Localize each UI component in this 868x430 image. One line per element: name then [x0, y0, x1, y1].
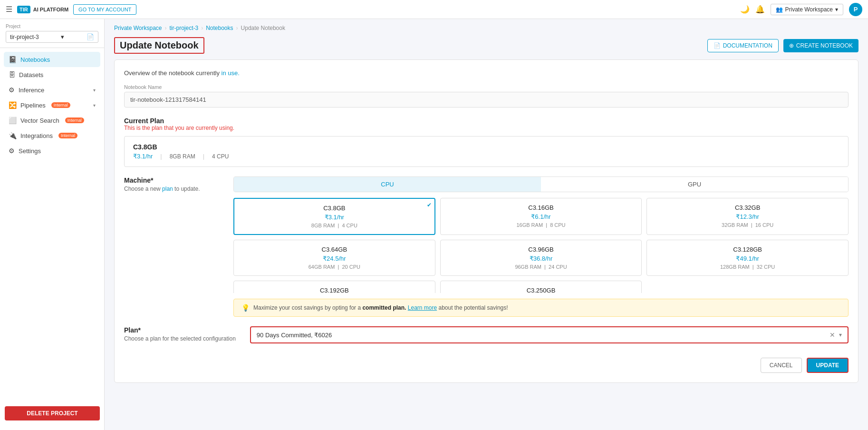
card-name: C3.64GB — [240, 246, 429, 253]
savings-text: Maximize your cost savings by opting for… — [253, 304, 508, 311]
sidebar: Project tir-project-3 ▾ 📄 📓 Notebooks 🗄 … — [0, 19, 105, 383]
sidebar-section: 📓 Notebooks 🗄 Datasets ⚙ Inference ▾ 🔀 P… — [0, 52, 104, 158]
sidebar-item-vector-search[interactable]: ⬜ Vector Search Internal — [4, 113, 100, 128]
create-icon: ⊕ — [789, 42, 794, 49]
breadcrumb-notebooks[interactable]: Notebooks — [206, 25, 233, 31]
machine-content: CPU GPU C3.8GB ₹3.1/hr 8GB RAM | 4 CPU ✔… — [233, 176, 849, 317]
card-specs: 128GB RAM | 32 CPU — [653, 264, 842, 270]
machine-card-c3-192gb[interactable]: C3.192GB — [233, 281, 435, 293]
overview-text: Overview of the notebook currently in us… — [124, 69, 849, 77]
form-area: Overview of the notebook currently in us… — [114, 59, 858, 383]
cancel-button[interactable]: CANCEL — [761, 358, 802, 373]
inference-chevron-icon: ▾ — [93, 88, 96, 93]
navbar: ☰ TIR AI PLATFORM GO TO MY ACCOUNT 🌙 🔔 👥… — [0, 0, 868, 19]
sidebar-item-label: Pipelines — [20, 102, 46, 109]
machine-sub-link[interactable]: plan — [162, 186, 173, 192]
bell-icon[interactable]: 🔔 — [755, 5, 765, 14]
machine-card-c3-8gb[interactable]: C3.8GB ₹3.1/hr 8GB RAM | 4 CPU ✔ — [233, 198, 435, 235]
datasets-icon: 🗄 — [9, 71, 15, 78]
machine-sub: Choose a new plan to update. — [124, 186, 219, 192]
hamburger-icon[interactable]: ☰ — [6, 5, 12, 14]
machine-card-c3-128gb[interactable]: C3.128GB ₹49.1/hr 128GB RAM | 32 CPU — [646, 240, 849, 276]
current-plan-ram: 8GB RAM — [170, 153, 195, 160]
machine-section: Machine* Choose a new plan to update. CP… — [124, 176, 849, 317]
notebooks-icon: 📓 — [9, 56, 17, 63]
vector-search-icon: ⬜ — [9, 117, 17, 124]
sidebar-item-label: Vector Search — [20, 117, 59, 124]
sidebar-item-integrations[interactable]: 🔌 Integrations Internal — [4, 128, 100, 143]
sidebar-item-label: Notebooks — [20, 56, 50, 63]
plan-sep-1: | — [160, 153, 162, 160]
header-actions: 📄 DOCUMENTATION ⊕ CREATE NOTEBOOK — [707, 39, 858, 52]
machine-tabs: CPU GPU — [233, 176, 849, 192]
card-price: ₹24.5/hr — [240, 255, 429, 262]
breadcrumb: Private Workspace › tir-project-3 › Note… — [105, 19, 868, 37]
card-name: C3.128GB — [653, 246, 842, 253]
go-to-account-button[interactable]: GO TO MY ACCOUNT — [73, 4, 136, 15]
plan-sep-2: | — [203, 153, 204, 160]
integrations-icon: 🔌 — [9, 132, 17, 139]
avatar[interactable]: P — [849, 3, 862, 16]
gpu-tab[interactable]: GPU — [541, 177, 848, 192]
project-selector-chevron-icon: ▾ — [61, 33, 64, 40]
machine-card-c3-96gb[interactable]: C3.96GB ₹36.8/hr 96GB RAM | 24 CPU — [440, 240, 642, 276]
card-name: C3.250GB — [446, 287, 636, 293]
update-button[interactable]: UPDATE — [807, 358, 849, 373]
current-plan-card: C3.8GB ₹3.1/hr | 8GB RAM | 4 CPU — [124, 136, 849, 167]
sidebar-item-notebooks[interactable]: 📓 Notebooks — [4, 52, 100, 67]
selected-check-icon: ✔ — [427, 202, 432, 208]
plan-select-wrapper[interactable]: 90 Days Committed, ₹6026 ✕ ▾ — [250, 326, 849, 343]
documentation-button[interactable]: 📄 DOCUMENTATION — [707, 39, 779, 52]
machine-card-c3-64gb[interactable]: C3.64GB ₹24.5/hr 64GB RAM | 20 CPU — [233, 240, 435, 276]
cpu-tab[interactable]: CPU — [234, 177, 541, 192]
card-price: ₹36.8/hr — [446, 255, 636, 262]
project-selector[interactable]: tir-project-3 ▾ 📄 — [6, 31, 98, 43]
plan-clear-icon[interactable]: ✕ — [829, 331, 835, 339]
current-plan-name: C3.8GB — [133, 143, 839, 151]
sidebar-item-settings[interactable]: ⚙ Settings — [4, 143, 100, 158]
breadcrumb-workspace[interactable]: Private Workspace — [114, 25, 162, 31]
project-add-icon: 📄 — [87, 33, 94, 40]
breadcrumb-project[interactable]: tir-project-3 — [169, 25, 198, 31]
plan-label-col: Plan* Choose a plan for the selected con… — [124, 326, 236, 342]
workspace-chevron-icon: ▾ — [835, 6, 838, 13]
sidebar-item-inference[interactable]: ⚙ Inference ▾ — [4, 82, 100, 98]
current-plan-subtitle: This is the plan that you are currently … — [124, 125, 849, 131]
current-plan-section: Current Plan This is the plan that you a… — [124, 117, 849, 167]
plan-select-value: 90 Days Committed, ₹6026 — [257, 332, 829, 339]
card-specs: 32GB RAM | 16 CPU — [653, 222, 842, 228]
sidebar-project-section: Project tir-project-3 ▾ 📄 — [0, 19, 104, 48]
workspace-icon: 👥 — [776, 6, 783, 13]
machine-card-c3-16gb[interactable]: C3.16GB ₹6.1/hr 16GB RAM | 8 CPU — [440, 198, 642, 235]
card-name: C3.16GB — [446, 204, 636, 211]
pipelines-chevron-icon: ▾ — [93, 103, 96, 108]
notebook-name-group: Notebook Name — [124, 84, 849, 108]
card-name: C3.8GB — [240, 205, 429, 212]
workspace-button[interactable]: 👥 Private Workspace ▾ — [771, 4, 843, 15]
savings-banner: 💡 Maximize your cost savings by opting f… — [233, 299, 849, 317]
vector-search-badge: Internal — [65, 117, 84, 123]
machine-row: Machine* Choose a new plan to update. CP… — [124, 176, 849, 317]
card-specs: 64GB RAM | 20 CPU — [240, 264, 429, 270]
sidebar-item-label: Settings — [19, 147, 41, 155]
page-header: Update Notebook 📄 DOCUMENTATION ⊕ CREATE… — [105, 37, 868, 59]
plan-label: Plan* — [124, 326, 236, 334]
machine-card-c3-32gb[interactable]: C3.32GB ₹12.3/hr 32GB RAM | 16 CPU — [646, 198, 849, 235]
card-specs: 16GB RAM | 8 CPU — [446, 222, 636, 228]
logo: TIR AI PLATFORM — [17, 6, 68, 13]
savings-icon: 💡 — [241, 304, 250, 312]
create-notebook-button[interactable]: ⊕ CREATE NOTEBOOK — [783, 39, 858, 52]
breadcrumb-current: Update Notebook — [241, 25, 285, 31]
sidebar-item-datasets[interactable]: 🗄 Datasets — [4, 67, 100, 82]
card-specs: 96GB RAM | 24 CPU — [446, 264, 636, 270]
sidebar-item-pipelines[interactable]: 🔀 Pipelines Internal ▾ — [4, 98, 100, 113]
plan-sub: Choose a plan for the selected configura… — [124, 335, 236, 342]
machine-grid: C3.8GB ₹3.1/hr 8GB RAM | 4 CPU ✔ C3.16GB… — [233, 198, 849, 293]
navbar-right: 🌙 🔔 👥 Private Workspace ▾ P — [740, 3, 862, 16]
machine-card-c3-250gb[interactable]: C3.250GB — [440, 281, 642, 293]
moon-icon[interactable]: 🌙 — [740, 5, 750, 14]
notebook-name-input[interactable] — [124, 92, 849, 108]
workspace-label: Private Workspace — [785, 6, 833, 13]
card-specs: 8GB RAM | 4 CPU — [240, 223, 429, 228]
learn-more-link[interactable]: Learn more — [408, 304, 437, 311]
